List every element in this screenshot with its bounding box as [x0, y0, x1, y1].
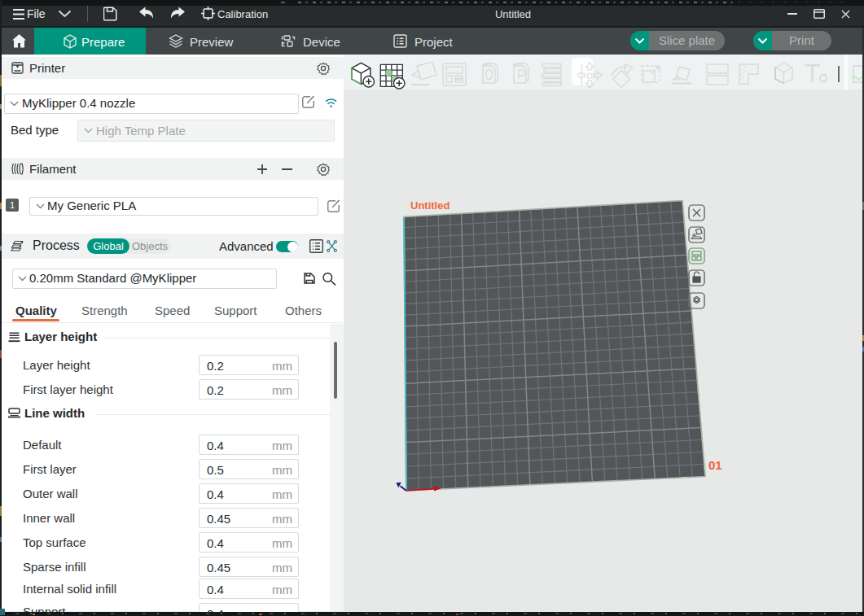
svg-text:Untitled: Untitled: [410, 199, 450, 212]
svg-text:01: 01: [708, 458, 722, 472]
